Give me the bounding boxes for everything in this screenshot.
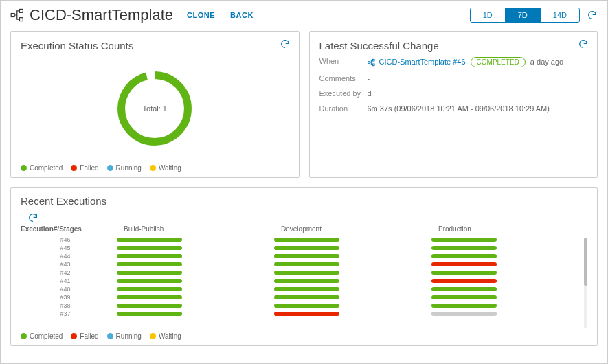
stage-bar <box>117 262 182 266</box>
stage-cell <box>267 312 425 316</box>
time-range-1d[interactable]: 1D <box>471 8 505 22</box>
stage-bar <box>117 312 182 316</box>
col-execution: Execution#/Stages <box>21 225 110 233</box>
table-row[interactable]: #45 <box>21 244 582 252</box>
stage-bar <box>431 246 497 250</box>
page-title: CICD-SmartTemplate <box>30 6 173 24</box>
refresh-icon[interactable] <box>27 212 38 223</box>
table-row[interactable]: #40 <box>21 285 582 293</box>
legend-failed: Failed <box>80 164 98 172</box>
stage-cell <box>425 279 582 283</box>
table-row[interactable]: #41 <box>21 277 582 285</box>
pipeline-icon <box>368 58 376 67</box>
refresh-icon[interactable] <box>578 38 589 49</box>
stage-bar <box>117 271 182 275</box>
dot-icon <box>150 165 156 171</box>
stage-cell <box>425 254 582 258</box>
stage-cell <box>425 246 582 250</box>
execution-id: #40 <box>21 286 110 293</box>
time-range-7d[interactable]: 7D <box>505 8 540 22</box>
stage-bar <box>117 295 182 299</box>
stage-bar <box>274 279 339 283</box>
stage-cell <box>267 271 425 275</box>
stage-bar <box>431 304 497 308</box>
execution-id: #38 <box>21 302 110 309</box>
stage-bar <box>117 287 182 291</box>
stage-cell <box>267 254 425 258</box>
stage-cell <box>110 279 267 283</box>
stage-cell <box>110 246 267 250</box>
stage-cell <box>425 271 582 275</box>
when-ago: a day ago <box>530 58 563 66</box>
time-range-14d[interactable]: 14D <box>540 8 579 22</box>
stage-bar <box>117 254 182 258</box>
stage-bar <box>431 271 497 275</box>
table-row[interactable]: #44 <box>21 252 582 260</box>
recent-executions-panel: Recent Executions Execution#/Stages Buil… <box>10 187 598 346</box>
dot-icon <box>21 333 27 339</box>
stage-bar <box>274 238 339 242</box>
execution-id: #41 <box>21 277 110 284</box>
stage-bar <box>117 304 182 308</box>
col-stage: Build-Publish <box>110 225 267 233</box>
when-label: When <box>319 57 368 67</box>
when-value: CICD-SmartTemplate #46 COMPLETED a day a… <box>368 57 588 67</box>
stage-cell <box>267 246 425 250</box>
stage-bar <box>431 312 497 316</box>
stage-cell <box>267 304 425 308</box>
stage-cell <box>110 287 267 291</box>
legend-running: Running <box>116 164 142 172</box>
table-row[interactable]: #43 <box>21 260 582 269</box>
stage-cell <box>110 238 267 242</box>
scrollbar-track[interactable] <box>584 238 587 328</box>
change-link[interactable]: CICD-SmartTemplate #46 <box>379 58 466 66</box>
execution-id: #43 <box>21 261 110 268</box>
col-stage: Development <box>267 225 425 233</box>
scrollbar-thumb[interactable] <box>584 238 587 286</box>
panel-title: Latest Successful Change <box>319 40 588 52</box>
stage-bar <box>274 295 339 299</box>
back-link[interactable]: BACK <box>230 11 254 19</box>
table-row[interactable]: #46 <box>21 236 582 244</box>
time-range-toggle: 1D 7D 14D <box>470 8 580 23</box>
stage-cell <box>425 262 582 266</box>
status-donut-chart: Total: 1 <box>111 65 199 152</box>
clone-link[interactable]: CLONE <box>187 11 215 19</box>
col-stage: Production <box>425 225 582 233</box>
table-row[interactable]: #42 <box>21 269 582 277</box>
svg-rect-4 <box>368 62 370 64</box>
stage-bar <box>274 304 339 308</box>
dot-icon <box>21 165 27 171</box>
stage-bar <box>274 312 339 316</box>
table-row[interactable]: #38 <box>21 302 582 310</box>
refresh-icon[interactable] <box>587 10 598 21</box>
stage-bar <box>274 271 339 275</box>
stage-bar <box>431 254 497 258</box>
duration-label: Duration <box>319 104 368 113</box>
stage-bar <box>431 238 497 242</box>
refresh-icon[interactable] <box>280 38 291 49</box>
table-header: Execution#/Stages Build-Publish Developm… <box>21 225 582 236</box>
stage-cell <box>110 312 267 316</box>
execution-id: #37 <box>21 310 110 317</box>
pipeline-icon <box>10 8 25 23</box>
panel-title: Recent Executions <box>21 195 587 207</box>
svg-rect-0 <box>11 14 14 17</box>
stage-bar <box>117 279 182 283</box>
execution-status-panel: Execution Status Counts Total: 1 Complet… <box>10 31 300 178</box>
latest-change-panel: Latest Successful Change When CICD-Smart… <box>309 31 598 178</box>
table-row[interactable]: #39 <box>21 293 582 302</box>
executed-by-label: Executed by <box>319 89 368 98</box>
stage-cell <box>110 295 267 299</box>
status-badge: COMPLETED <box>471 57 526 67</box>
execution-id: #39 <box>21 294 110 301</box>
stage-cell <box>425 304 582 308</box>
dot-icon <box>107 165 113 171</box>
legend-failed: Failed <box>80 332 98 340</box>
stage-bar <box>274 254 339 258</box>
dot-icon <box>150 333 156 339</box>
table-row[interactable]: #37 <box>21 310 582 318</box>
dot-icon <box>107 333 113 339</box>
stage-bar <box>274 287 339 291</box>
stage-bar <box>431 295 497 299</box>
